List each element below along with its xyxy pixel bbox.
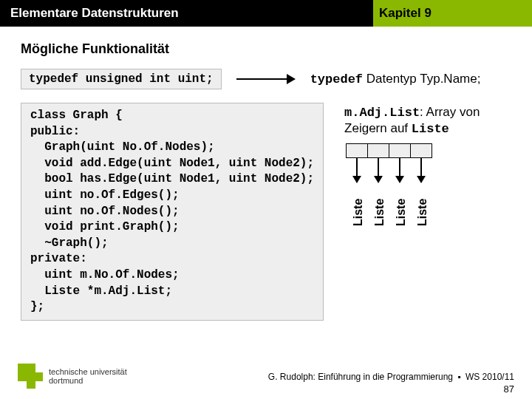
page-number: 87 [268,383,514,395]
logo-line1: technische universität [49,367,127,376]
array-cell [389,143,411,158]
adj-list-kw1: m.Adj.List [344,106,420,120]
logo-line2: dortmund [49,376,127,385]
down-arrow-icon [378,158,379,182]
header-title-left: Elementare Datenstrukturen [0,0,373,27]
typedef-code-box: typedef unsigned int uint; [21,69,222,89]
liste-label: Liste [373,198,386,225]
header-title-right: Kapitel 9 [373,0,532,27]
arrow-icon [236,75,296,83]
liste-label: Liste [416,198,429,225]
main-row: class Graph { public: Graph(uint No.Of.N… [21,103,511,321]
array-cell [346,143,368,158]
down-arrow-icon [356,158,358,182]
adj-list-kw2: Liste [412,122,449,136]
down-arrow-icon [420,158,422,182]
adj-list-description: m.Adj.List: Array von Zeigern auf Liste [344,104,511,137]
header-bar: Elementare Datenstrukturen Kapitel 9 [0,0,532,27]
array-box-row [346,143,439,158]
footer-separator: ▪ [457,372,460,382]
typedef-rest: Datentyp Typ.Name; [363,72,480,86]
right-block: m.Adj.List: Array von Zeigern auf Liste … [344,103,511,232]
liste-label: Liste [395,198,408,225]
typedef-explanation: typedef Datentyp Typ.Name; [310,72,481,86]
tu-logo-icon [18,364,43,389]
typedef-row: typedef unsigned int uint; typedef Daten… [21,69,511,89]
subtitle: Mögliche Funktionalität [21,41,511,57]
footer-term: WS 2010/11 [466,372,514,382]
university-logo: technische universität dortmund [18,364,127,389]
array-cell [367,143,389,158]
class-code-box: class Graph { public: Graph(uint No.Of.N… [21,103,324,321]
adj-list-diagram: Liste Liste Liste Liste [346,143,439,232]
liste-label: Liste [352,198,365,225]
down-arrow-icon [399,158,400,182]
slide-content: Mögliche Funktionalität typedef unsigned… [0,27,532,321]
footer-author: G. Rudolph: Einführung in die Programmie… [268,372,453,382]
logo-text: technische universität dortmund [49,367,127,385]
array-cell [410,143,432,158]
typedef-keyword: typedef [310,72,363,86]
footer: G. Rudolph: Einführung in die Programmie… [268,372,514,395]
